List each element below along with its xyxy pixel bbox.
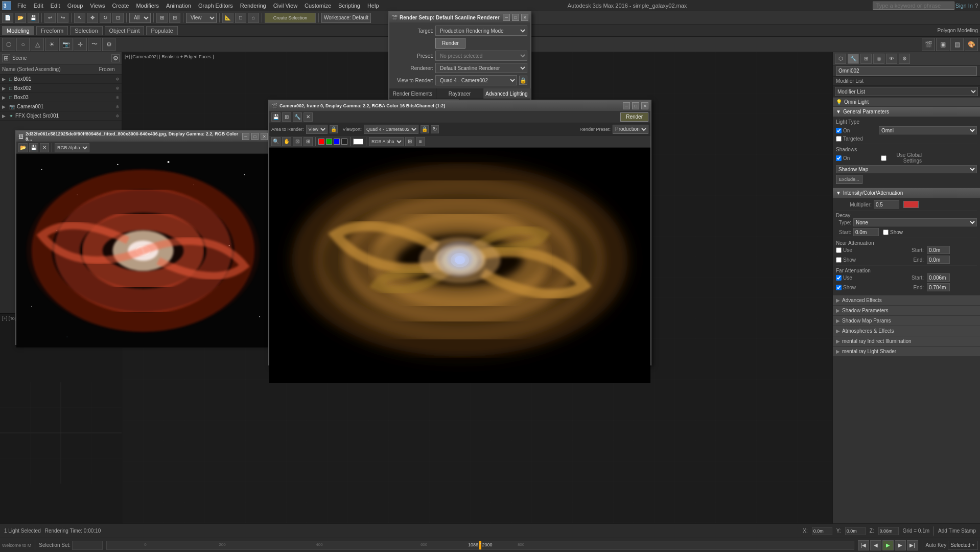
- render-setup-minimize[interactable]: ─: [503, 14, 510, 21]
- render-btn[interactable]: Create Selection: [265, 13, 316, 23]
- list-item[interactable]: ▶ □ Box002 ❄: [0, 84, 122, 93]
- intensity-header[interactable]: ▼ Intensity/Color/Attenuation: [833, 188, 980, 198]
- target-dropdown[interactable]: Production Rendering Mode: [435, 26, 527, 36]
- ro-close-btn[interactable]: ✕: [304, 112, 313, 122]
- menu-customize[interactable]: Customize: [301, 2, 334, 10]
- render-output-close[interactable]: ✕: [641, 102, 648, 109]
- far-show-checkbox[interactable]: [836, 285, 842, 290]
- motion-panel-icon[interactable]: ◎: [873, 54, 884, 64]
- create-panel-icon[interactable]: ⬡: [835, 54, 846, 64]
- list-item[interactable]: ▶ ✦ FFX Object Src001 ❄: [0, 111, 122, 121]
- far-start-input[interactable]: [927, 273, 950, 282]
- render-frame-icon[interactable]: ▤: [950, 38, 964, 51]
- material-editor-icon[interactable]: 🎨: [965, 38, 978, 51]
- shadow-params-section[interactable]: ▶ Shadow Parameters: [833, 306, 980, 316]
- menu-graph-editors[interactable]: Graph Editors: [195, 2, 236, 10]
- raytracer-tab[interactable]: Raytracer: [436, 88, 483, 99]
- help-icon[interactable]: ?: [975, 3, 978, 9]
- list-item[interactable]: ▶ □ Box001 ❄: [0, 75, 122, 84]
- near-end-input[interactable]: [927, 256, 950, 264]
- modifier-dropdown[interactable]: Modifier List: [835, 87, 978, 96]
- img-open-btn[interactable]: 📂: [18, 143, 28, 152]
- menu-tools[interactable]: Edit: [48, 2, 63, 10]
- new-btn[interactable]: 📄: [2, 13, 13, 23]
- go-to-start-btn[interactable]: |◀: [858, 540, 869, 550]
- ro-channel-settings[interactable]: ⊞: [405, 137, 414, 146]
- freeform-mode-btn[interactable]: Freeform: [36, 26, 68, 35]
- near-start-input[interactable]: [927, 246, 950, 254]
- x-coord-input[interactable]: [812, 527, 832, 535]
- select-btn[interactable]: ↖: [74, 13, 85, 23]
- ro-red-channel[interactable]: [318, 139, 324, 145]
- menu-help[interactable]: Help: [364, 2, 382, 10]
- decay-start-input[interactable]: [853, 228, 879, 236]
- ro-zoom-btn[interactable]: 🔍: [271, 137, 281, 146]
- render-elements-tab[interactable]: Render Elements: [389, 88, 436, 99]
- display-panel-icon[interactable]: 👁: [886, 54, 897, 64]
- use-global-checkbox[interactable]: [881, 155, 886, 161]
- ro-blue-channel[interactable]: [334, 139, 340, 145]
- menu-group[interactable]: Group: [64, 2, 86, 10]
- y-coord-input[interactable]: [845, 527, 866, 535]
- ro-pan-btn[interactable]: ✋: [282, 137, 291, 146]
- far-end-input[interactable]: [927, 283, 950, 291]
- ro-green-channel[interactable]: [326, 139, 332, 145]
- img-channel-dropdown[interactable]: RGB Alpha: [55, 143, 89, 152]
- viewport-lock-btn[interactable]: 🔒: [421, 125, 429, 133]
- create-icon[interactable]: ⬡: [2, 38, 15, 51]
- shadows-on-checkbox[interactable]: [836, 155, 842, 161]
- ro-channel-dropdown[interactable]: RGB Alpha: [369, 137, 404, 146]
- ro-fit-btn[interactable]: ⊡: [293, 137, 302, 146]
- img-save-btn[interactable]: 💾: [29, 143, 38, 152]
- sign-in-btn[interactable]: Sign In: [955, 3, 973, 9]
- utilities-panel-icon[interactable]: ⚙: [899, 54, 910, 64]
- shadow-type-dropdown[interactable]: Shadow Map: [836, 165, 977, 173]
- preset-dropdown[interactable]: No preset selected: [435, 51, 527, 61]
- shapes-icon[interactable]: △: [31, 38, 44, 51]
- menu-scripting[interactable]: Scripting: [335, 2, 363, 10]
- menu-modifiers[interactable]: Modifiers: [133, 2, 162, 10]
- lock-view-btn[interactable]: 🔒: [519, 76, 527, 85]
- atmospheres-section[interactable]: ▶ Atmospheres & Effects: [833, 326, 980, 336]
- cameras-icon[interactable]: 📷: [59, 38, 73, 51]
- view-dropdown[interactable]: View: [186, 13, 217, 23]
- modify-panel-icon[interactable]: 🔧: [848, 54, 859, 64]
- scale-btn[interactable]: ⊡: [112, 13, 124, 23]
- snap2d-btn[interactable]: □: [235, 13, 246, 23]
- render-output-maximize[interactable]: □: [632, 102, 639, 109]
- search-input[interactable]: [873, 2, 954, 10]
- helpers-icon[interactable]: ✛: [74, 38, 87, 51]
- snap-btn[interactable]: 📐: [222, 13, 234, 23]
- selection-set-input[interactable]: [72, 541, 103, 550]
- z-coord-input[interactable]: [878, 527, 899, 535]
- view-dropdown[interactable]: Quad 4 - Camera002: [435, 75, 517, 85]
- open-btn[interactable]: 📂: [15, 13, 26, 23]
- mirror-btn[interactable]: ⊞: [156, 13, 168, 23]
- image-viewer-minimize[interactable]: ─: [242, 133, 249, 140]
- align-btn[interactable]: ⊟: [169, 13, 180, 23]
- ro-tools-btn[interactable]: 🔧: [293, 112, 302, 122]
- systems-icon[interactable]: ⚙: [102, 38, 115, 51]
- far-use-checkbox[interactable]: [836, 275, 842, 281]
- workspace-dropdown[interactable]: Workspace: Default: [321, 13, 371, 23]
- geometry-icon[interactable]: ○: [16, 38, 30, 51]
- ro-save-btn[interactable]: 💾: [271, 112, 281, 122]
- menu-views[interactable]: Views: [87, 2, 108, 10]
- exclude-button[interactable]: Exclude...: [836, 175, 862, 184]
- multiplier-input[interactable]: [874, 200, 899, 209]
- object-paint-mode-btn[interactable]: Object Paint: [105, 26, 145, 35]
- menu-animation[interactable]: Animation: [163, 2, 194, 10]
- ro-alpha-channel[interactable]: [341, 139, 347, 145]
- menu-rendering[interactable]: Rendering: [237, 2, 269, 10]
- render-setup-render-btn[interactable]: Render: [435, 38, 465, 49]
- image-viewer-maximize[interactable]: □: [251, 133, 259, 140]
- rotate-btn[interactable]: ↻: [100, 13, 111, 23]
- filter-dropdown[interactable]: All: [129, 13, 151, 23]
- near-use-checkbox[interactable]: [836, 247, 842, 253]
- render-setup-close[interactable]: ✕: [521, 14, 528, 21]
- renderer-dropdown[interactable]: Default Scanline Renderer: [435, 63, 527, 73]
- ro-clone-btn[interactable]: ⊞: [282, 112, 291, 122]
- prev-frame-btn[interactable]: ◀: [870, 540, 881, 550]
- play-btn[interactable]: ▶: [882, 540, 894, 550]
- undo-btn[interactable]: ↩: [44, 13, 56, 23]
